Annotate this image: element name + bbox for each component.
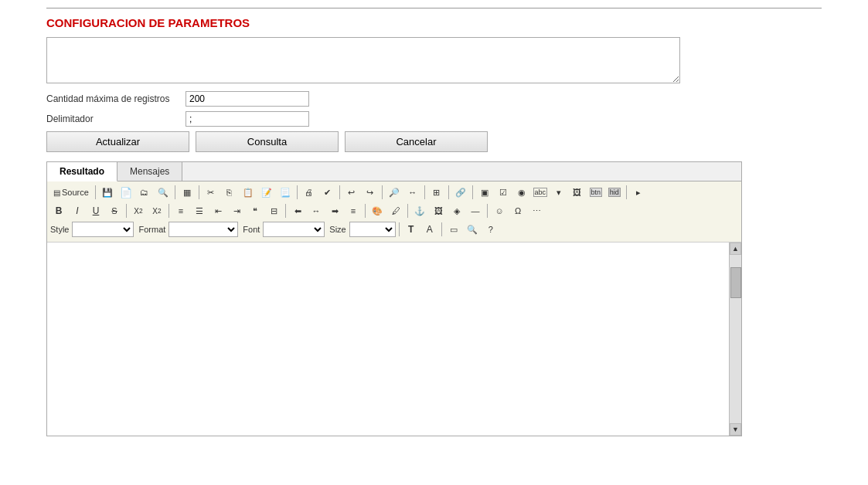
templates-button[interactable]: ▦: [179, 184, 196, 201]
spellcheck-button[interactable]: ✔: [319, 184, 336, 201]
paste-word-icon: 📃: [280, 188, 291, 198]
action-buttons: Actualizar Consulta Cancelar: [46, 131, 822, 152]
ol-button[interactable]: ≡: [172, 202, 189, 219]
pagebreak-button[interactable]: ⋯: [528, 202, 545, 219]
bg-color-button[interactable]: 🖊: [387, 202, 404, 219]
sep14: [365, 204, 366, 218]
preview-button[interactable]: 🔍: [155, 184, 172, 201]
more1-icon: ▸: [636, 188, 641, 198]
textfield-button[interactable]: abc: [532, 184, 549, 201]
indent-more-button[interactable]: ⇥: [228, 202, 245, 219]
actualizar-button[interactable]: Actualizar: [46, 131, 189, 152]
save-icon: 💾: [102, 188, 113, 198]
anchor-button[interactable]: ⚓: [411, 202, 428, 219]
hr-button[interactable]: —: [467, 202, 484, 219]
link-button[interactable]: 🔗: [452, 184, 469, 201]
bold-button[interactable]: B: [50, 202, 67, 219]
main-textarea[interactable]: [46, 37, 680, 83]
size-select[interactable]: [349, 222, 396, 237]
tab-resultado[interactable]: Resultado: [47, 162, 117, 181]
more1-button[interactable]: ▸: [630, 184, 647, 201]
page-container: CONFIGURACION DE PARAMETROS Cantidad máx…: [0, 0, 868, 452]
sep5: [339, 185, 340, 199]
table-button[interactable]: ⊞: [428, 184, 445, 201]
radio-button[interactable]: ◉: [513, 184, 530, 201]
paste-text-button[interactable]: 📝: [258, 184, 275, 201]
hidden-button[interactable]: hid: [606, 184, 623, 201]
spellcheck-icon: ✔: [324, 188, 331, 198]
imagefield-button[interactable]: 🖼: [569, 184, 586, 201]
sep18: [441, 222, 442, 236]
textfield-icon: abc: [533, 188, 548, 197]
tabs-container: Resultado Mensajes ▤ Source 💾 📄 🗂: [46, 161, 742, 436]
cancelar-button[interactable]: Cancelar: [345, 131, 488, 152]
delimiter-input[interactable]: [186, 111, 309, 127]
paste-button[interactable]: 📋: [240, 184, 257, 201]
div-button[interactable]: ⊟: [265, 202, 282, 219]
selectfield-button[interactable]: ▾: [550, 184, 567, 201]
text-color2-button[interactable]: T: [403, 221, 420, 238]
align-justify-button[interactable]: ≡: [345, 202, 362, 219]
superscript-button[interactable]: X2: [148, 202, 165, 219]
indent-more-icon: ⇥: [233, 206, 240, 216]
print-icon: 🖨: [305, 188, 313, 197]
smiley-button[interactable]: ☺: [491, 202, 508, 219]
page-title: CONFIGURACION DE PARAMETROS: [46, 16, 822, 29]
sep1: [95, 185, 96, 199]
max-records-input[interactable]: [186, 91, 309, 107]
sep10: [626, 185, 627, 199]
strikethrough-button[interactable]: S: [106, 202, 123, 219]
flash-button[interactable]: ◈: [448, 202, 465, 219]
copy-button[interactable]: ⎘: [221, 184, 238, 201]
selectfield-icon: ▾: [557, 188, 561, 198]
underline-button[interactable]: U: [87, 202, 104, 219]
form-button[interactable]: ▣: [476, 184, 493, 201]
zoom-button[interactable]: 🔍: [464, 221, 481, 238]
style-select[interactable]: [72, 222, 134, 237]
sep7: [424, 185, 425, 199]
maximize-button[interactable]: ▭: [445, 221, 462, 238]
anchor-icon: ⚓: [414, 206, 425, 216]
italic-button[interactable]: I: [69, 202, 86, 219]
scroll-down-arrow[interactable]: ▼: [730, 423, 741, 436]
cut-button[interactable]: ✂: [203, 184, 220, 201]
blockquote-button[interactable]: ❝: [247, 202, 264, 219]
help-button[interactable]: ?: [482, 221, 499, 238]
subscript-button[interactable]: X2: [130, 202, 147, 219]
indent-less-button[interactable]: ⇤: [209, 202, 226, 219]
paste-word-button[interactable]: 📃: [277, 184, 294, 201]
bg-color2-button[interactable]: A: [421, 221, 438, 238]
preview-icon: 🔍: [158, 188, 168, 198]
align-left-button[interactable]: ⬅: [289, 202, 306, 219]
ul-button[interactable]: ☰: [191, 202, 208, 219]
newdoc-button[interactable]: 📄: [117, 184, 134, 201]
consulta-button[interactable]: Consulta: [196, 131, 339, 152]
special-char-icon: Ω: [515, 206, 521, 215]
editor-content[interactable]: [47, 242, 729, 436]
format-select[interactable]: [168, 222, 238, 237]
checkbox-button[interactable]: ☑: [495, 184, 512, 201]
newdoc-icon: 📄: [120, 187, 132, 198]
image-button[interactable]: 🖼: [430, 202, 447, 219]
text-color-button[interactable]: 🎨: [369, 202, 386, 219]
font-select[interactable]: [263, 222, 325, 237]
replace-button[interactable]: ↔: [404, 184, 421, 201]
redo-button[interactable]: ↪: [362, 184, 379, 201]
btnfield-icon: btn: [590, 188, 603, 197]
scroll-up-arrow[interactable]: ▲: [730, 242, 741, 255]
align-right-button[interactable]: ➡: [326, 202, 343, 219]
source-button[interactable]: ▤ Source: [50, 184, 92, 201]
btnfield-button[interactable]: btn: [587, 184, 604, 201]
special-char-button[interactable]: Ω: [509, 202, 526, 219]
save-button[interactable]: 💾: [99, 184, 116, 201]
sep4: [297, 185, 298, 199]
undo-button[interactable]: ↩: [343, 184, 360, 201]
find-button[interactable]: 🔎: [386, 184, 403, 201]
print-button[interactable]: 🖨: [301, 184, 318, 201]
scroll-thumb[interactable]: [730, 267, 741, 298]
tab-mensajes[interactable]: Mensajes: [117, 162, 182, 181]
text-color-icon: 🎨: [372, 206, 383, 216]
align-center-button[interactable]: ↔: [308, 202, 325, 219]
open-button[interactable]: 🗂: [136, 184, 153, 201]
link-icon: 🔗: [455, 188, 466, 198]
